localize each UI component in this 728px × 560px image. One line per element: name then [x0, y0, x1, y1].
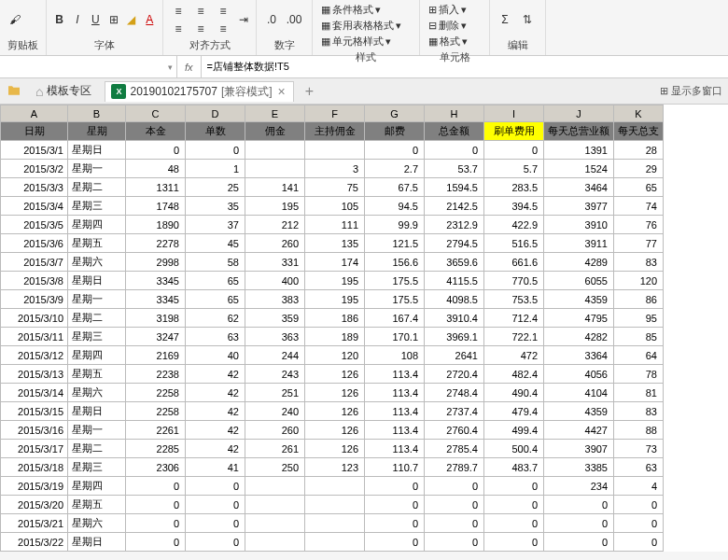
cell[interactable]: 星期二: [68, 440, 126, 458]
cell[interactable]: 126: [305, 384, 365, 402]
cell[interactable]: [305, 533, 365, 552]
cell[interactable]: 0: [126, 477, 186, 496]
cell[interactable]: 2258: [126, 384, 186, 402]
cell[interactable]: 121.5: [365, 234, 425, 253]
cell[interactable]: 2015/3/14: [1, 384, 68, 402]
cell[interactable]: 123: [305, 458, 365, 477]
cell[interactable]: 661.6: [484, 253, 544, 272]
field-header[interactable]: 总金额: [425, 122, 484, 141]
cell[interactable]: 2015/3/12: [1, 346, 68, 365]
cell[interactable]: 星期四: [68, 346, 126, 365]
field-header[interactable]: 佣金: [245, 122, 305, 141]
cell[interactable]: 3247: [126, 328, 186, 346]
cell[interactable]: 2789.7: [425, 458, 484, 477]
cell[interactable]: 2015/3/2: [1, 160, 68, 178]
cell[interactable]: 83: [614, 402, 664, 421]
fill-color-button[interactable]: ◢: [124, 11, 138, 28]
cell[interactable]: 4289: [544, 253, 614, 272]
cell[interactable]: 331: [245, 253, 305, 272]
cell[interactable]: 0: [614, 496, 664, 514]
cell[interactable]: 4115.5: [425, 272, 484, 290]
cell[interactable]: 28: [614, 141, 664, 160]
cell[interactable]: 64: [614, 346, 664, 365]
cell[interactable]: 0: [544, 533, 614, 552]
cell[interactable]: 167.4: [365, 309, 425, 328]
cell[interactable]: 星期三: [68, 458, 126, 477]
cell[interactable]: 770.5: [484, 272, 544, 290]
cell[interactable]: 105: [305, 197, 365, 216]
indent-button[interactable]: ⇥: [236, 11, 250, 28]
cell[interactable]: 0: [126, 496, 186, 514]
cell[interactable]: [305, 141, 365, 160]
cell[interactable]: 42: [186, 440, 245, 458]
cell[interactable]: 0: [544, 496, 614, 514]
cell[interactable]: 359: [245, 309, 305, 328]
cell[interactable]: 2998: [126, 253, 186, 272]
cell[interactable]: 0: [365, 496, 425, 514]
cell[interactable]: 2794.5: [425, 234, 484, 253]
cell[interactable]: 78: [614, 365, 664, 384]
cell[interactable]: 516.5: [484, 234, 544, 253]
cell[interactable]: 73: [614, 440, 664, 458]
cell[interactable]: 0: [186, 141, 245, 160]
cell[interactable]: 星期一: [68, 160, 126, 178]
cell[interactable]: 383: [245, 290, 305, 309]
column-header-K[interactable]: K: [614, 105, 664, 122]
cell[interactable]: 126: [305, 402, 365, 421]
cell[interactable]: 141: [245, 178, 305, 197]
cell[interactable]: 星期日: [68, 272, 126, 290]
cell[interactable]: 4056: [544, 365, 614, 384]
cell[interactable]: 195: [245, 197, 305, 216]
cell[interactable]: 135: [305, 234, 365, 253]
cell[interactable]: 170.1: [365, 328, 425, 346]
column-header-H[interactable]: H: [425, 105, 484, 122]
cell[interactable]: 0: [484, 141, 544, 160]
cell[interactable]: 0: [126, 533, 186, 552]
cell[interactable]: 113.4: [365, 421, 425, 440]
cell[interactable]: 500.4: [484, 440, 544, 458]
cell[interactable]: 240: [245, 402, 305, 421]
cell[interactable]: 174: [305, 253, 365, 272]
cell[interactable]: 0: [484, 477, 544, 496]
cell[interactable]: 260: [245, 234, 305, 253]
cell[interactable]: [245, 141, 305, 160]
cell[interactable]: 58: [186, 253, 245, 272]
field-header[interactable]: 每天总营业额: [544, 122, 614, 141]
cell[interactable]: 星期四: [68, 216, 126, 234]
cell[interactable]: 0: [126, 141, 186, 160]
cell[interactable]: 62: [186, 309, 245, 328]
cell[interactable]: 星期六: [68, 253, 126, 272]
cell[interactable]: 2015/3/4: [1, 197, 68, 216]
cell[interactable]: [245, 496, 305, 514]
cell[interactable]: 2258: [126, 402, 186, 421]
cell[interactable]: 74: [614, 197, 664, 216]
cell[interactable]: 2312.9: [425, 216, 484, 234]
cell[interactable]: 113.4: [365, 384, 425, 402]
cell[interactable]: 175.5: [365, 290, 425, 309]
cell[interactable]: 3345: [126, 290, 186, 309]
sort-filter-button[interactable]: ⇅: [518, 11, 537, 28]
cell[interactable]: 250: [245, 458, 305, 477]
cell[interactable]: 86: [614, 290, 664, 309]
cell[interactable]: 2015/3/11: [1, 328, 68, 346]
cell[interactable]: 0: [425, 514, 484, 533]
cell[interactable]: 490.4: [484, 384, 544, 402]
cell[interactable]: 126: [305, 440, 365, 458]
fx-button[interactable]: fx: [177, 56, 202, 77]
cell[interactable]: 2015/3/3: [1, 178, 68, 197]
align-top-button[interactable]: ≡: [169, 3, 188, 20]
cell[interactable]: 120: [305, 346, 365, 365]
cell[interactable]: 422.9: [484, 216, 544, 234]
cell[interactable]: 126: [305, 421, 365, 440]
cell[interactable]: 42: [186, 365, 245, 384]
cell[interactable]: 2285: [126, 440, 186, 458]
cell[interactable]: 星期三: [68, 197, 126, 216]
bold-button[interactable]: B: [52, 11, 66, 28]
cell[interactable]: [305, 477, 365, 496]
cell[interactable]: 483.7: [484, 458, 544, 477]
cell[interactable]: 195: [305, 290, 365, 309]
cell[interactable]: 63: [614, 458, 664, 477]
cell[interactable]: 星期日: [68, 141, 126, 160]
cell[interactable]: 1311: [126, 178, 186, 197]
cell[interactable]: 0: [425, 496, 484, 514]
